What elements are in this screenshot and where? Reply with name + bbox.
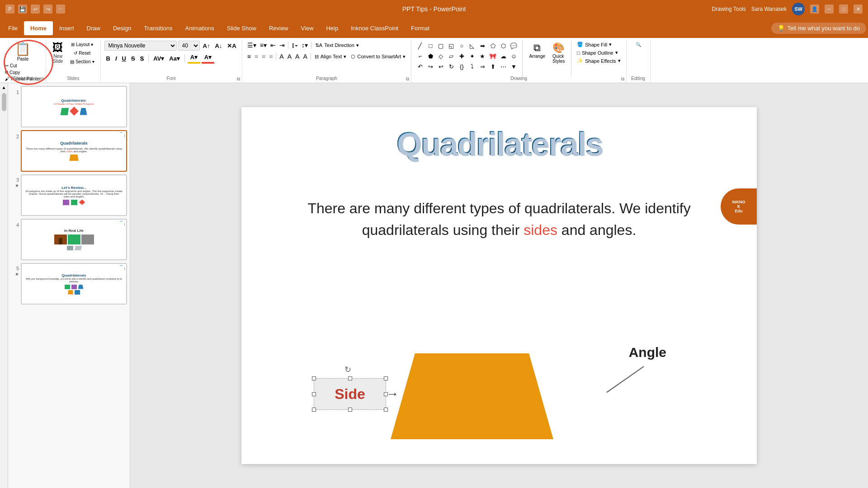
shape-right-arrow[interactable]: ➡ [477, 41, 487, 51]
shape-parallelogram[interactable]: ▱ [446, 51, 456, 61]
bullets-button[interactable]: ☰▾ [246, 41, 258, 50]
handle-mid-left[interactable] [312, 392, 316, 396]
slide-thumb-2[interactable]: Quadrilaterals There are many different … [21, 130, 127, 172]
user-avatar[interactable]: SW [792, 3, 805, 15]
align-center-button[interactable]: ≡ [253, 52, 259, 61]
shape-pentagon[interactable]: ⬠ [488, 41, 498, 51]
menu-transitions[interactable]: Transitions [137, 21, 179, 35]
font-highlight-button[interactable]: A▾ [189, 53, 199, 61]
handle-bot-left[interactable] [312, 408, 316, 412]
selected-text-container[interactable]: ↻ Side → [314, 378, 386, 410]
italic-button[interactable]: I [113, 54, 119, 63]
increase-font-button[interactable]: A↑ [201, 42, 212, 50]
shape-diamond[interactable]: ◇ [436, 51, 446, 61]
shape-scroll-more[interactable]: ▼ [509, 61, 519, 71]
shape-bracket[interactable]: {} [457, 61, 467, 71]
shape-callout[interactable]: 💬 [509, 41, 519, 51]
shape-ribbon[interactable]: 🎀 [488, 51, 498, 61]
slide-thumb-5[interactable]: Quadrilaterals With your background know… [21, 263, 127, 305]
shape-star4[interactable]: ✦ [467, 51, 477, 61]
slide-thumb-1[interactable]: Quadrilaterals: A Parade of Four-Sided P… [21, 86, 127, 127]
maximize-button[interactable]: □ [839, 5, 848, 14]
scroll-thumb[interactable] [2, 93, 6, 111]
shape-rounded-rect[interactable]: ▢ [436, 41, 446, 51]
align-text-button[interactable]: ⊟ Align Text ▾ [313, 53, 349, 61]
menu-format[interactable]: Format [405, 21, 436, 35]
reset-button[interactable]: ↺ Reset [68, 49, 96, 57]
handle-bot-mid[interactable] [348, 408, 352, 412]
shape-smiley[interactable]: ☺ [509, 51, 519, 61]
shape-cloud[interactable]: ☁ [498, 51, 508, 61]
convert-smartart-button[interactable]: ⬡ Convert to SmartArt ▾ [349, 53, 407, 61]
handle-top-mid[interactable] [348, 376, 352, 380]
menu-review[interactable]: Review [263, 21, 295, 35]
paragraph-expand-icon[interactable]: ⧉ [406, 76, 409, 82]
cut-button[interactable]: ✂ Cut [4, 63, 42, 69]
menu-inknoe[interactable]: Inknoe ClassPoint [344, 21, 405, 35]
shape-circular-arrow[interactable]: ↻ [446, 61, 456, 71]
undo-icon[interactable]: ↩ [31, 5, 40, 14]
line-spacing-button[interactable]: ↕▾ [300, 41, 309, 50]
menu-draw[interactable]: Draw [80, 21, 107, 35]
slide-thumb-3[interactable]: Let's Review... All polygons are made up… [21, 174, 127, 216]
copy-button[interactable]: ⧉ Copy [4, 69, 42, 75]
menu-animations[interactable]: Animations [179, 21, 221, 35]
decrease-font-button[interactable]: A↓ [213, 42, 224, 50]
menu-help[interactable]: Help [320, 21, 344, 35]
minimize-button[interactable]: ─ [825, 5, 834, 14]
shape-fill-button[interactable]: 🪣 Shape Fill ▾ [575, 41, 622, 48]
quick-styles-button[interactable]: 🎨 QuickStyles [550, 41, 567, 65]
rotate-handle[interactable]: ↻ [344, 365, 351, 375]
shape-snip-rect[interactable]: ◱ [446, 41, 456, 51]
align-right-button[interactable]: ≡ [260, 52, 267, 61]
close-button[interactable]: ✕ [854, 5, 863, 14]
save-icon[interactable]: 💾 [18, 5, 27, 14]
shape-cross[interactable]: ✚ [457, 51, 467, 61]
shape-more[interactable]: ⋯ [498, 61, 508, 71]
align-justify-button[interactable]: ≡ [268, 52, 274, 61]
shape-u-turn[interactable]: ↩ [436, 61, 446, 71]
selected-textbox[interactable]: Side [314, 378, 386, 410]
menu-design[interactable]: Design [107, 21, 137, 35]
underline-button[interactable]: U [120, 54, 128, 63]
bold-button[interactable]: B [104, 54, 112, 63]
align-left-button[interactable]: ≡ [246, 52, 252, 61]
text-effects-para-button[interactable]: A [302, 52, 308, 61]
shape-hexagon[interactable]: ⬡ [498, 41, 508, 51]
change-case-button[interactable]: Aa▾ [167, 54, 182, 63]
menu-file[interactable]: File [2, 21, 24, 35]
find-button[interactable]: 🔍 [630, 41, 646, 48]
shape-curved-arrow[interactable]: ↶ [415, 61, 425, 71]
drawing-expand-icon[interactable]: ⧉ [621, 76, 624, 82]
accounts-icon[interactable]: 👤 [810, 5, 819, 14]
shape-oval[interactable]: ○ [457, 41, 467, 51]
font-size-select[interactable]: 40 [178, 41, 200, 51]
powerpoint-icon[interactable]: P [5, 5, 14, 14]
scroll-bar[interactable]: ▲ [0, 83, 8, 488]
strikethrough-button[interactable]: S [129, 54, 137, 63]
shape-trapezoid[interactable]: ⬟ [425, 51, 435, 61]
arrange-button[interactable]: ⧉ Arrange [526, 41, 548, 60]
shape-bent-arrow[interactable]: ↪ [425, 61, 435, 71]
handle-top-right[interactable] [384, 376, 388, 380]
text-direction-button[interactable]: ⇅A Text Direction ▾ [313, 42, 361, 49]
tell-me-search[interactable]: 💡 Tell me what you want to do [771, 23, 866, 34]
shape-outline-button[interactable]: □ Shape Outline ▾ [575, 49, 622, 56]
font-expand-icon[interactable]: ⧉ [237, 76, 240, 82]
paste-button[interactable]: 📋 Paste [13, 41, 33, 62]
shape-line[interactable]: ╱ [415, 41, 425, 51]
handle-top-left[interactable] [312, 376, 316, 380]
customize-icon[interactable]: ⋯ [56, 5, 65, 14]
shape-effects-button[interactable]: ✨ Shape Effects ▾ [575, 57, 622, 65]
text-shadow-para-button[interactable]: A [278, 52, 285, 61]
menu-slideshow[interactable]: Slide Show [221, 21, 263, 35]
text-outline-para-button[interactable]: A [294, 52, 301, 61]
redo-icon[interactable]: ↪ [43, 5, 52, 14]
clear-format-button[interactable]: ✕A [225, 42, 238, 50]
shape-triangle-rt[interactable]: ◺ [467, 41, 477, 51]
inknoe-badge[interactable]: INKNO E Edu [721, 188, 757, 225]
menu-home[interactable]: Home [24, 21, 53, 35]
shape-up-arrow[interactable]: ⬆ [488, 61, 498, 71]
character-spacing-button[interactable]: AV▾ [151, 54, 166, 63]
columns-button[interactable]: ⫿▾ [290, 41, 299, 50]
